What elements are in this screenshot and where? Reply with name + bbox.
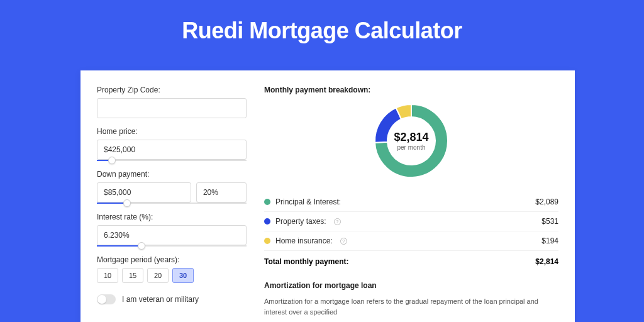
period-option-15[interactable]: 15 bbox=[122, 268, 143, 283]
legend-row: Home insurance:?$194 bbox=[264, 231, 558, 251]
down-amount-input[interactable] bbox=[97, 182, 191, 203]
info-icon[interactable]: ? bbox=[340, 238, 347, 245]
period-option-30[interactable]: 30 bbox=[172, 268, 194, 283]
price-slider[interactable] bbox=[97, 160, 247, 161]
info-icon[interactable]: ? bbox=[334, 218, 341, 225]
donut-chart: $2,814 per month bbox=[264, 101, 558, 181]
total-value: $2,814 bbox=[535, 257, 558, 266]
zip-field: Property Zip Code: bbox=[97, 86, 247, 118]
donut-center-sub: per month bbox=[397, 144, 425, 151]
total-row: Total monthly payment: $2,814 bbox=[264, 251, 558, 272]
veteran-label: I am veteran or military bbox=[122, 295, 199, 304]
period-option-10[interactable]: 10 bbox=[97, 268, 118, 283]
period-options: 10152030 bbox=[97, 268, 247, 283]
rate-slider[interactable] bbox=[97, 245, 247, 247]
down-slider-thumb[interactable] bbox=[123, 199, 131, 207]
legend-value: $194 bbox=[541, 236, 558, 245]
rate-field: Interest rate (%): bbox=[97, 213, 247, 247]
amortization-block: Amortization for mortgage loan Amortizat… bbox=[264, 281, 558, 317]
rate-label: Interest rate (%): bbox=[97, 213, 247, 221]
legend-dot bbox=[264, 199, 270, 205]
donut-center-value: $2,814 bbox=[394, 131, 428, 144]
form-column: Property Zip Code: Home price: Down paym… bbox=[97, 86, 247, 307]
price-field: Home price: bbox=[97, 127, 247, 161]
period-field: Mortgage period (years): 10152030 bbox=[97, 255, 247, 283]
price-slider-thumb[interactable] bbox=[108, 157, 116, 164]
page-title: Ruedi Mortgage Calculator bbox=[0, 0, 644, 55]
legend-dot bbox=[264, 238, 270, 244]
down-field: Down payment: bbox=[97, 170, 247, 204]
legend-row: Property taxes:?$531 bbox=[264, 212, 558, 231]
legend-label: Principal & Interest: bbox=[275, 197, 341, 206]
legend-dot bbox=[264, 218, 270, 225]
veteran-row: I am veteran or military bbox=[97, 294, 247, 304]
legend-label: Home insurance: bbox=[275, 236, 333, 245]
amortization-title: Amortization for mortgage loan bbox=[264, 281, 558, 290]
legend-value: $531 bbox=[541, 217, 558, 226]
down-slider[interactable] bbox=[97, 203, 247, 204]
period-label: Mortgage period (years): bbox=[97, 255, 247, 264]
legend-value: $2,089 bbox=[535, 197, 558, 206]
period-option-20[interactable]: 20 bbox=[147, 268, 169, 283]
zip-input[interactable] bbox=[97, 98, 247, 118]
down-percent-input[interactable] bbox=[196, 182, 247, 203]
legend-row: Principal & Interest:$2,089 bbox=[264, 192, 558, 212]
price-label: Home price: bbox=[97, 127, 247, 136]
total-label: Total monthly payment: bbox=[264, 257, 348, 266]
rate-input[interactable] bbox=[97, 225, 247, 245]
legend-label: Property taxes: bbox=[275, 217, 326, 226]
breakdown-title: Monthly payment breakdown: bbox=[264, 86, 558, 94]
down-label: Down payment: bbox=[97, 170, 247, 179]
price-input[interactable] bbox=[97, 140, 247, 160]
zip-label: Property Zip Code: bbox=[97, 86, 247, 94]
veteran-toggle[interactable] bbox=[97, 294, 116, 304]
amortization-text: Amortization for a mortgage loan refers … bbox=[264, 296, 558, 317]
breakdown-column: Monthly payment breakdown: $2,814 per mo… bbox=[264, 86, 558, 307]
rate-slider-thumb[interactable] bbox=[138, 242, 145, 250]
calculator-panel: Property Zip Code: Home price: Down paym… bbox=[80, 70, 575, 322]
